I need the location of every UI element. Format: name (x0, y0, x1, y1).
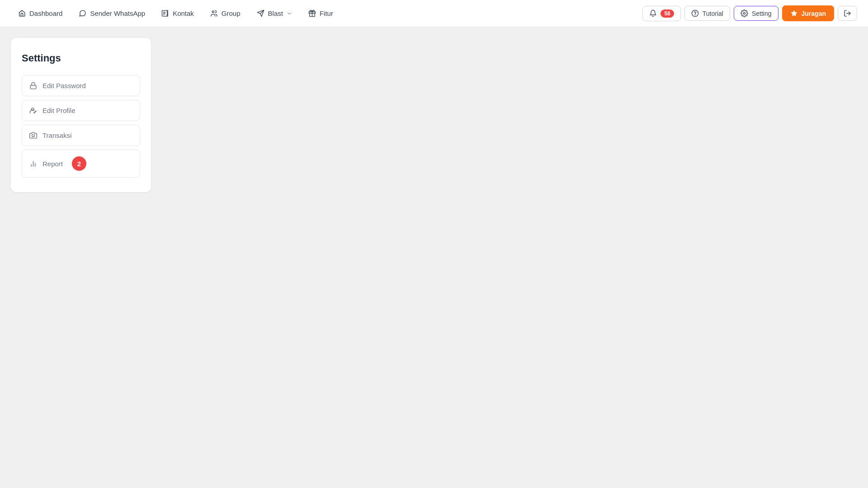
nav-group-label: Group (222, 9, 241, 17)
user-edit-icon (29, 107, 37, 114)
nav-group[interactable]: Group (203, 6, 248, 21)
settings-title: Settings (22, 52, 140, 64)
nav-kontak-label: Kontak (173, 9, 194, 17)
notification-button[interactable]: 58 (642, 6, 680, 21)
group-icon (210, 9, 218, 17)
nav-sender-whatsapp[interactable]: Sender WhatsApp (71, 6, 152, 21)
nav-dashboard-label: Dashboard (29, 9, 62, 17)
transaksi-label: Transaksi (42, 131, 71, 139)
settings-menu-item-transaksi[interactable]: Transaksi (22, 125, 140, 146)
report-label: Report (42, 160, 63, 168)
whatsapp-icon (79, 9, 86, 17)
main-content: Settings Edit Password Edit P (0, 27, 868, 488)
svg-point-8 (743, 12, 745, 14)
gift-icon (308, 9, 316, 17)
navbar: Dashboard Sender WhatsApp Kontak Gr (0, 0, 868, 27)
setting-button[interactable]: Setting (734, 6, 778, 21)
home-icon (18, 9, 26, 17)
lock-icon (29, 82, 37, 89)
nav-fitur-label: Fitur (320, 9, 333, 17)
edit-profile-label: Edit Profile (42, 107, 75, 114)
nav-fitur[interactable]: Fitur (301, 6, 340, 21)
contact-icon (161, 9, 169, 17)
nav-blast-label: Blast (268, 9, 283, 17)
svg-marker-9 (791, 10, 797, 16)
juragan-label: Juragan (802, 10, 826, 17)
svg-point-1 (212, 11, 214, 13)
report-badge: 2 (72, 156, 86, 171)
bar-chart-icon (29, 160, 37, 168)
settings-menu-item-edit-profile[interactable]: Edit Profile (22, 100, 140, 121)
tutorial-button[interactable]: Tutorial (684, 6, 730, 21)
settings-menu-item-edit-password[interactable]: Edit Password (22, 75, 140, 96)
settings-icon (741, 9, 748, 17)
settings-card: Settings Edit Password Edit P (11, 38, 151, 192)
setting-label: Setting (752, 10, 772, 17)
juragan-button[interactable]: Juragan (782, 5, 834, 21)
svg-point-14 (32, 134, 35, 137)
nav-sender-whatsapp-label: Sender WhatsApp (90, 9, 145, 17)
svg-point-12 (33, 87, 33, 87)
settings-menu: Edit Password Edit Profile Transaksi (22, 75, 140, 178)
notification-badge: 58 (660, 9, 674, 18)
logout-icon (844, 9, 851, 17)
bell-icon (649, 9, 657, 17)
nav-items: Dashboard Sender WhatsApp Kontak Gr (11, 6, 639, 21)
camera-icon (29, 131, 37, 139)
nav-kontak[interactable]: Kontak (154, 6, 201, 21)
blast-icon (257, 9, 264, 17)
settings-menu-item-report[interactable]: Report 2 (22, 150, 140, 178)
edit-password-label: Edit Password (42, 82, 86, 89)
tutorial-label: Tutorial (703, 10, 723, 17)
nav-dashboard[interactable]: Dashboard (11, 6, 70, 21)
star-icon (790, 9, 798, 17)
help-circle-icon (691, 9, 699, 17)
nav-blast[interactable]: Blast (250, 6, 299, 21)
chevron-down-icon (287, 11, 292, 16)
logout-button[interactable] (838, 6, 857, 21)
nav-right: 58 Tutorial Setting Juragan (642, 5, 857, 21)
